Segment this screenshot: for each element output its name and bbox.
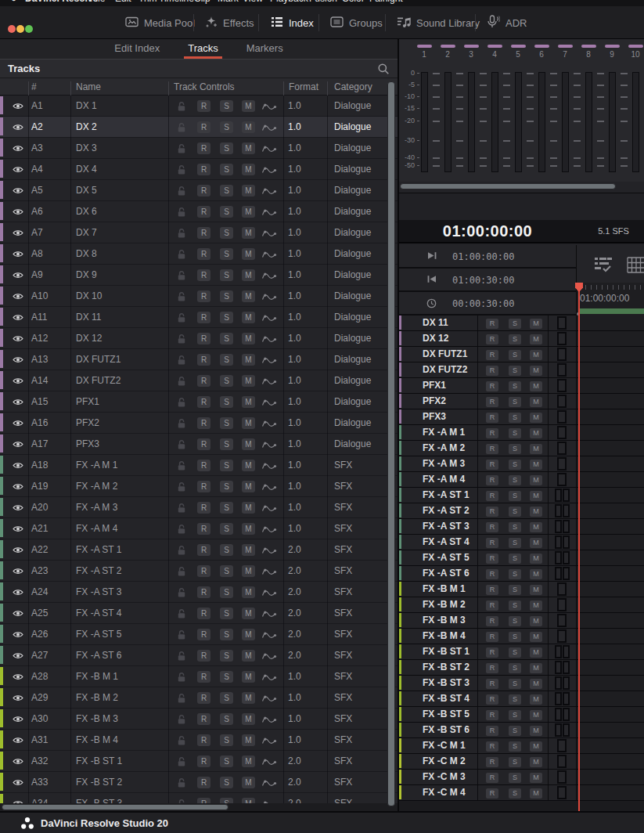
solo-button[interactable]: S [220,121,233,133]
timeline-lane[interactable] [576,550,644,565]
record-arm-button[interactable]: R [197,692,210,704]
record-arm-button[interactable]: R [486,710,498,720]
menu-item[interactable]: Color [342,0,365,4]
solo-button[interactable]: S [220,227,233,239]
eye-visibility-icon[interactable] [13,313,23,324]
solo-button[interactable]: S [220,142,233,154]
record-arm-button[interactable]: R [197,755,210,767]
record-arm-button[interactable]: R [197,396,210,408]
track-index-row[interactable]: A16PFX2RSM1.0Dialogue [0,413,398,434]
solo-button[interactable]: S [220,269,233,281]
record-arm-button[interactable]: R [197,290,210,302]
record-arm-button[interactable]: R [486,679,498,689]
solo-button[interactable]: S [509,366,521,376]
mute-button[interactable]: M [242,692,255,704]
record-arm-button[interactable]: R [486,444,498,454]
timeline-track-row[interactable]: FX -B M 3RSM [399,613,644,629]
in-point-timecode[interactable]: 01:00:00:00 [452,251,514,262]
mute-button[interactable]: M [242,227,255,239]
mute-button[interactable]: M [242,354,255,366]
automation-icon[interactable] [261,123,278,135]
lock-icon[interactable] [177,714,186,727]
mute-button[interactable]: M [530,554,542,564]
mute-button[interactable]: M [530,350,542,360]
automation-icon[interactable] [261,250,278,262]
automation-icon[interactable] [261,398,278,410]
mute-button[interactable]: M [530,616,542,626]
record-arm-button[interactable]: R [486,788,498,799]
minimize-window-button[interactable] [16,25,24,33]
timeline-track-row[interactable]: FX -B M 4RSM [399,629,644,644]
timeline-range-bar[interactable] [578,308,644,314]
record-arm-button[interactable]: R [197,185,210,197]
record-arm-button[interactable]: R [197,713,210,725]
eye-visibility-icon[interactable] [13,525,23,536]
record-arm-button[interactable]: R [197,734,210,746]
track-index-row[interactable]: A24FX -A ST 3RSM2.0SFX [0,582,398,603]
eye-visibility-icon[interactable] [13,334,23,345]
record-arm-button[interactable]: R [486,319,498,329]
track-index-row[interactable]: A2DX 2RSM1.0Dialogue [0,117,398,138]
record-arm-button[interactable]: R [486,757,498,767]
solo-button[interactable]: S [509,460,521,470]
automation-icon[interactable] [261,567,278,579]
mute-button[interactable]: M [242,100,255,112]
eye-visibility-icon[interactable] [13,229,23,240]
track-index-row[interactable]: A1DX 1RSM1.0Dialogue [0,96,398,117]
out-point-timecode[interactable]: 01:00:30:00 [452,275,514,286]
timeline-lane[interactable] [576,566,644,581]
timeline-track-row[interactable]: DX 12RSM [399,331,644,347]
solo-button[interactable]: S [220,164,233,175]
mute-button[interactable]: M [242,460,255,471]
lock-icon[interactable] [177,249,186,262]
eye-visibility-icon[interactable] [13,355,23,366]
timeline-lane[interactable] [576,519,644,534]
mute-button[interactable]: M [530,679,542,689]
timeline-lane[interactable] [576,582,644,597]
solo-button[interactable]: S [220,777,233,788]
menu-item[interactable]: Timeline [159,0,194,4]
timeline-track-row[interactable]: DX FUTZ2RSM [399,362,644,378]
mute-button[interactable]: M [242,185,255,197]
record-arm-button[interactable]: R [197,248,210,260]
tab-tracks[interactable]: Tracks [184,39,222,59]
solo-button[interactable]: S [220,460,233,471]
record-arm-button[interactable]: R [197,121,210,133]
automation-icon[interactable] [261,271,278,283]
lock-icon[interactable] [177,481,186,495]
search-icon[interactable] [377,63,390,78]
eye-visibility-icon[interactable] [13,419,23,430]
timeline-track-row[interactable]: FX -B M 1RSM [399,582,644,597]
timeline-lane[interactable] [576,707,644,722]
duration-timecode[interactable]: 00:00:30:00 [452,298,514,309]
track-index-row[interactable]: A18FX -A M 1RSM1.0SFX [0,455,398,476]
solo-button[interactable]: S [220,502,233,514]
eye-visibility-icon[interactable] [13,588,23,599]
track-index-row[interactable]: A20FX -A M 3RSM1.0SFX [0,497,398,518]
mute-button[interactable]: M [530,460,542,470]
solo-button[interactable]: S [220,586,233,598]
record-arm-button[interactable]: R [486,381,498,391]
solo-button[interactable]: S [220,650,233,662]
grid-view-icon[interactable] [627,256,644,276]
lock-icon[interactable] [177,672,186,685]
automation-icon[interactable] [261,525,278,537]
record-arm-button[interactable]: R [486,350,498,360]
apple-menu-icon[interactable]: ● [11,0,16,4]
lock-icon[interactable] [177,312,186,326]
mute-button[interactable]: M [530,538,542,548]
lock-icon[interactable] [177,756,186,770]
track-index-row[interactable]: A32FX -B ST 1RSM2.0SFX [0,751,398,772]
mute-button[interactable]: M [530,569,542,579]
menu-item[interactable]: Fusion [309,0,337,4]
automation-icon[interactable] [261,313,278,326]
mute-button[interactable]: M [242,586,255,598]
solo-button[interactable]: S [509,475,521,485]
automation-icon[interactable] [261,503,278,516]
menu-item[interactable]: Fairlight [369,0,403,4]
record-arm-button[interactable]: R [486,554,498,564]
timeline-track-row[interactable]: FX -A ST 6RSM [399,566,644,582]
timeline-lane[interactable] [576,488,644,503]
solo-button[interactable]: S [509,585,521,595]
mute-button[interactable]: M [242,206,255,218]
